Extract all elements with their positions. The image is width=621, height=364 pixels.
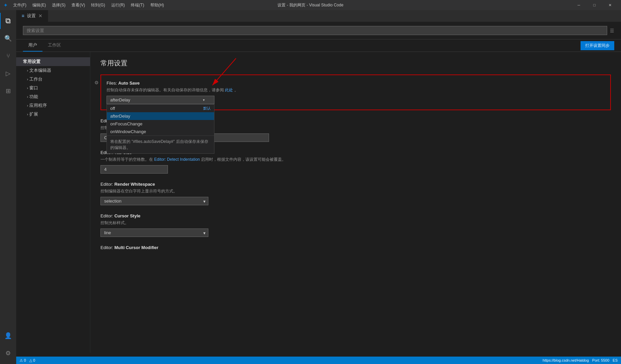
tab-size-description: 一个制表符等于的空格数。在 Editor: Detect Indentation… [100, 156, 611, 162]
settings-nav-features[interactable]: › 功能 [16, 92, 90, 101]
chevron-right-icon: › [27, 113, 28, 116]
activity-run[interactable]: ▷ [0, 65, 16, 82]
auto-save-highlight: ⚙ Files: Auto Save 控制自动保存未保存的编辑器。有关自动保存的… [100, 74, 611, 110]
settings-panel: 常用设置 ⚙ Files: Auto Save 控制自动保存未保存的编辑器。有关… [90, 52, 621, 353]
auto-save-link[interactable]: 此处 [225, 88, 233, 92]
dropdown-option-off[interactable]: off 默认 [107, 104, 214, 112]
activity-source-control[interactable]: ⑂ [0, 48, 16, 64]
settings-nav-window[interactable]: › 窗口 [16, 84, 90, 92]
settings-tab-icon: ≡ [22, 13, 24, 19]
activity-explorer[interactable]: ⧉ [0, 13, 16, 29]
run-icon: ▷ [6, 70, 10, 77]
chevron-right-icon: › [27, 78, 28, 81]
menu-edit[interactable]: 编辑(E) [30, 1, 49, 9]
render-whitespace-title: Editor: Render Whitespace [100, 182, 611, 187]
error-count[interactable]: ⚠ 0 [20, 358, 26, 363]
extensions-icon: ⊞ [6, 87, 11, 95]
window-title: 设置 - 我的网页 - Visual Studio Code [277, 2, 343, 8]
panel-title: 常用设置 [100, 59, 611, 68]
settings-nav-common[interactable]: 常用设置 [16, 57, 90, 66]
auto-save-dropdown-container: afterDelay ▾ off 默认 afterDelay [107, 96, 214, 104]
menu-file[interactable]: 文件(F) [10, 1, 29, 9]
activity-search[interactable]: 🔍 [0, 30, 16, 47]
cursor-style-setting: Editor: Cursor Style 控制光标样式。 line block … [100, 213, 611, 237]
tab-size-input[interactable] [100, 165, 168, 174]
tab-user[interactable]: 用户 [23, 39, 42, 52]
vscode-icon: ✦ [3, 2, 8, 8]
auto-save-title: Files: Auto Save [107, 81, 605, 86]
search-icon: 🔍 [4, 35, 12, 42]
account-icon: 👤 [4, 332, 12, 339]
auto-save-gear-icon: ⚙ [94, 80, 99, 85]
menu-selection[interactable]: 选择(S) [49, 1, 68, 9]
dropdown-description: 将在配置的 "#files.autoSaveDelay#" 后自动保存未保存的编… [107, 135, 214, 153]
open-sync-button[interactable]: 打开设置同步 [581, 41, 614, 50]
explorer-icon: ⧉ [5, 17, 11, 25]
settings-tabs-row: 用户 工作区 打开设置同步 [16, 39, 621, 52]
cursor-style-select[interactable]: line block underline [100, 229, 208, 237]
menu-goto[interactable]: 转到(G) [88, 1, 108, 9]
render-whitespace-select[interactable]: selection none boundary all [100, 197, 208, 205]
chevron-right-icon: › [27, 95, 28, 99]
multi-cursor-title: Editor: Multi Cursor Modifier [100, 245, 611, 250]
titlebar-menu: 文件(F) 编辑(E) 选择(S) 查看(V) 转到(G) 运行(R) 终端(T… [10, 1, 167, 9]
settings-content-area: ☰ 用户 工作区 打开设置同步 常用设置 › 文本编辑器 › [16, 22, 621, 357]
dropdown-option-afterdelay[interactable]: afterDelay [107, 112, 214, 120]
warning-count[interactable]: △ 0 [29, 358, 35, 363]
search-filter-icon[interactable]: ☰ [610, 28, 614, 33]
auto-save-dropdown-menu: off 默认 afterDelay onFocusChange [107, 104, 214, 154]
tab-workspace[interactable]: 工作区 [42, 39, 66, 52]
search-settings-input[interactable] [23, 26, 607, 35]
dropdown-option-onwindowchange[interactable]: onWindowChange [107, 128, 214, 135]
menu-view[interactable]: 查看(V) [69, 1, 88, 9]
auto-save-dropdown[interactable]: afterDelay ▾ [107, 96, 214, 104]
language-status[interactable]: ES [613, 358, 618, 362]
render-whitespace-setting: Editor: Render Whitespace 控制编辑器在空白字符上显示符… [100, 182, 611, 205]
settings-tab-label: 设置 [27, 13, 36, 19]
auto-save-title-prefix: Files: [107, 81, 118, 86]
status-right: https://blog.csdn.net/Hatdog Port: 5500 … [543, 358, 618, 362]
settings-nav: 常用设置 › 文本编辑器 › 工作台 › 窗口 › 功 [16, 52, 90, 353]
settings-nav-application[interactable]: › 应用程序 [16, 101, 90, 110]
port-status[interactable]: Port: 5500 [592, 358, 610, 362]
tab-bar: ≡ 设置 ✕ [16, 10, 621, 22]
auto-save-description: 控制自动保存未保存的编辑器。有关自动保存的详细信息，请参阅 此处 。 [107, 87, 605, 93]
activity-manage[interactable]: ⚙ [0, 345, 16, 361]
maximize-button[interactable]: □ [587, 0, 602, 10]
activity-extensions[interactable]: ⊞ [0, 83, 16, 99]
close-button[interactable]: ✕ [602, 0, 618, 10]
menu-help[interactable]: 帮助(H) [148, 1, 167, 9]
render-whitespace-select-wrapper: selection none boundary all [100, 197, 208, 205]
chevron-right-icon: › [27, 69, 28, 72]
detect-indentation-link[interactable]: Editor: Detect Indentation [154, 157, 200, 162]
minimize-button[interactable]: ─ [571, 0, 587, 10]
search-bar-container: ☰ [16, 22, 621, 39]
settings-nav-extensions[interactable]: › 扩展 [16, 110, 90, 119]
chevron-right-icon: › [27, 86, 28, 90]
settings-tab[interactable]: ≡ 设置 ✕ [16, 10, 48, 22]
activity-bar: ⧉ 🔍 ⑂ ▷ ⊞ 👤 ⚙ [0, 10, 16, 364]
auto-save-title-bold: Auto Save [118, 81, 140, 86]
cursor-style-select-wrapper: line block underline [100, 229, 208, 237]
menu-terminal[interactable]: 终端(T) [128, 1, 147, 9]
settings-nav-text-editor[interactable]: › 文本编辑器 [16, 66, 90, 75]
settings-main-area: 常用设置 › 文本编辑器 › 工作台 › 窗口 › 功 [16, 52, 621, 353]
multi-cursor-setting: Editor: Multi Cursor Modifier [100, 245, 611, 250]
close-tab-button[interactable]: ✕ [38, 13, 42, 19]
cursor-style-description: 控制光标样式。 [100, 220, 611, 226]
titlebar: ✦ 文件(F) 编辑(E) 选择(S) 查看(V) 转到(G) 运行(R) 终端… [0, 0, 621, 10]
app-container: ⧉ 🔍 ⑂ ▷ ⊞ 👤 ⚙ ≡ 设置 ✕ [0, 10, 621, 364]
titlebar-left: ✦ 文件(F) 编辑(E) 选择(S) 查看(V) 转到(G) 运行(R) 终端… [3, 1, 167, 9]
menu-run[interactable]: 运行(R) [109, 1, 128, 9]
window-controls: ─ □ ✕ [571, 0, 618, 10]
settings-nav-workbench[interactable]: › 工作台 [16, 75, 90, 84]
csdn-link[interactable]: https://blog.csdn.net/Hatdog [543, 358, 589, 362]
render-whitespace-description: 控制编辑器在空白字符上显示符号的方式。 [100, 188, 611, 194]
dropdown-option-onfocuschange[interactable]: onFocusChange [107, 120, 214, 128]
cursor-style-title: Editor: Cursor Style [100, 213, 611, 218]
status-left: ⚠ 0 △ 0 [20, 358, 35, 363]
activity-bar-bottom: 👤 ⚙ [0, 328, 16, 361]
status-bar: ⚠ 0 △ 0 https://blog.csdn.net/Hatdog Por… [16, 357, 621, 364]
activity-account[interactable]: 👤 [0, 328, 16, 344]
main-content: ≡ 设置 ✕ ☰ 用户 工作区 打开设置同步 常用设置 [16, 10, 621, 364]
